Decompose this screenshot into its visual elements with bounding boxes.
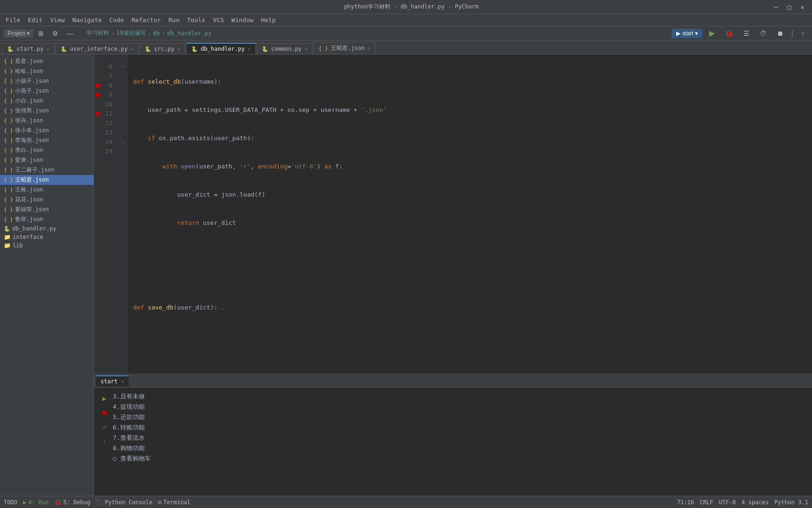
- menu-edit[interactable]: Edit: [24, 16, 46, 24]
- maximize-button[interactable]: □: [784, 2, 794, 12]
- sidebar-item-lihaiyan[interactable]: { } 李海燕.json: [0, 135, 94, 145]
- tab-close-common[interactable]: ✕: [304, 47, 307, 52]
- sidebar-item-yaogarong[interactable]: { } 要搞荣.json: [0, 205, 94, 214]
- status-position[interactable]: 71:16: [677, 499, 694, 506]
- run-stop-icon[interactable]: ⏹: [101, 407, 108, 418]
- profile-btn[interactable]: ⏱: [756, 28, 770, 39]
- stop-btn[interactable]: ⏹: [773, 28, 787, 39]
- code-line-9: with open(user_path, 'r', encoding='utf-…: [133, 162, 806, 171]
- sidebar-item-xiaohaizi[interactable]: { } 小孩子.json: [0, 76, 94, 86]
- tool-collapse-btn[interactable]: —: [63, 28, 77, 39]
- menu-file[interactable]: File: [2, 16, 24, 24]
- sidebar-item-label: db_handler.py: [12, 225, 56, 232]
- sidebar-item-zhangxing[interactable]: { } 张兴.json: [0, 116, 94, 126]
- output-line-3: 3.且有未做: [113, 391, 806, 402]
- run-play-icon[interactable]: ▶: [102, 393, 106, 404]
- tabs-bar: 🐍 start.py ✕ 🐍 user_interface.py ✕ 🐍 src…: [0, 40, 812, 55]
- tab-close-db[interactable]: ✕: [248, 47, 250, 52]
- breadcrumb-item-2[interactable]: 19项目编写: [117, 29, 146, 37]
- debug-icon: 🐞: [55, 499, 62, 506]
- coverage-btn[interactable]: ☰: [740, 28, 753, 39]
- sidebar-item-haha[interactable]: { } 哈哈.json: [0, 66, 94, 76]
- sidebar: { } 君君.json { } 哈哈.json { } 小孩子.json { }…: [0, 55, 94, 496]
- menu-view[interactable]: View: [47, 16, 69, 24]
- sidebar-item-junjun[interactable]: { } 君君.json: [0, 56, 94, 66]
- run-scroll-icon[interactable]: ↓: [102, 436, 106, 446]
- sidebar-item-zhangweinan[interactable]: { } 张伟男.json: [0, 106, 94, 116]
- sidebar-item-wangermaozi[interactable]: { } 王二麻子.json: [0, 165, 94, 175]
- breadcrumb-item-3[interactable]: db: [153, 30, 160, 37]
- tab-label: 王昭君.json: [331, 44, 365, 52]
- debug-icon-btn[interactable]: 🐞: [721, 28, 737, 39]
- sidebar-item-aigeng[interactable]: { } 爱庚.json: [0, 155, 94, 165]
- sidebar-item-wangzhaojun[interactable]: { } 王昭君.json: [0, 175, 94, 185]
- code-content[interactable]: def select_db(username): user_path = set…: [127, 55, 812, 373]
- tab-user-interface-py[interactable]: 🐍 user_interface.py ✕: [55, 43, 139, 54]
- tab-close-start[interactable]: ✕: [47, 47, 49, 52]
- run-tab-close[interactable]: ✕: [121, 379, 124, 384]
- code-line-7: user_path = settings.USER_DATA_PATH + os…: [133, 105, 806, 115]
- code-editor[interactable]: 6 7 8 9 10 11 12 13 14 19 ▽: [94, 55, 812, 373]
- code-line-11: return user_dict: [133, 218, 806, 228]
- menu-code[interactable]: Code: [106, 16, 128, 24]
- tab-common-py[interactable]: 🐍 common.py ✕: [257, 43, 312, 54]
- window-controls[interactable]: ─ □ ✕: [771, 2, 807, 12]
- status-language[interactable]: Python 3.1: [774, 499, 808, 506]
- status-line-ending[interactable]: CRLF: [700, 499, 713, 506]
- run-button[interactable]: ▶ start ▾: [671, 29, 703, 38]
- sidebar-item-xiaoyanzzi[interactable]: { } 小燕子.json: [0, 86, 94, 96]
- menu-window[interactable]: Window: [228, 16, 258, 24]
- project-dropdown[interactable]: Project ▾: [4, 29, 33, 38]
- breadcrumb-item-1[interactable]: 学习材料: [86, 29, 109, 37]
- menu-help[interactable]: Help: [258, 16, 280, 24]
- menu-run[interactable]: Run: [165, 16, 183, 24]
- run-icon-btn[interactable]: ▶: [705, 27, 718, 39]
- sidebar-item-huahua[interactable]: { } 花花.json: [0, 195, 94, 205]
- minimize-button[interactable]: ─: [771, 2, 781, 12]
- status-python-console[interactable]: ⬛ Python Console: [96, 499, 152, 506]
- sidebar-item-label: 李海燕.json: [15, 136, 49, 144]
- sidebar-item-db-handler[interactable]: 🐍 db_handler.py: [0, 224, 94, 233]
- status-run[interactable]: ▶ 4: Run: [23, 499, 49, 506]
- status-console-label: Python Console: [105, 499, 152, 506]
- sidebar-item-wangdong[interactable]: { } 王栋.json: [0, 185, 94, 195]
- breadcrumb: 学习材料 › 19项目编写 › db › db_handler.py: [77, 29, 671, 37]
- menu-tools[interactable]: Tools: [183, 16, 209, 24]
- close-button[interactable]: ✕: [798, 2, 807, 12]
- tab-label: db_handler.py: [201, 46, 245, 52]
- menu-refactor[interactable]: Refactor: [128, 16, 165, 24]
- git-update-btn[interactable]: ↑: [797, 28, 808, 39]
- status-debug[interactable]: 🐞 5: Debug: [55, 499, 91, 506]
- tab-start-py[interactable]: 🐍 start.py ✕: [2, 43, 55, 54]
- sidebar-item-zhangxiaobei[interactable]: { } 张小本.json: [0, 126, 94, 135]
- line-num-8: 8: [102, 81, 116, 90]
- sidebar-item-label: 李白.json: [15, 146, 43, 154]
- tab-close-ui[interactable]: ✕: [131, 47, 133, 52]
- menu-navigate[interactable]: Navigate: [69, 16, 106, 24]
- status-indent[interactable]: 4 spaces: [742, 499, 769, 506]
- status-todo[interactable]: TODO: [4, 499, 17, 506]
- tab-src-py[interactable]: 🐍 src.py ✕: [140, 43, 185, 54]
- tab-close-json[interactable]: ✕: [367, 46, 370, 51]
- sidebar-item-xiaobai[interactable]: { } 小白.json: [0, 96, 94, 106]
- sidebar-item-label: 小白.json: [15, 97, 43, 105]
- run-tab-start[interactable]: start ✕: [96, 375, 129, 387]
- tool-settings-btn[interactable]: ⚙: [48, 28, 62, 39]
- breadcrumb-item-4[interactable]: db_handler.py: [167, 30, 211, 37]
- py-icon: 🐍: [191, 46, 198, 52]
- sidebar-item-lib[interactable]: 📁 lib: [0, 241, 94, 250]
- tab-wangzhaojun-json[interactable]: { } 王昭君.json ✕: [313, 42, 375, 54]
- py-icon: 🐍: [61, 46, 67, 52]
- menu-vcs[interactable]: VCS: [209, 16, 227, 24]
- status-encoding[interactable]: UTF-8: [719, 499, 736, 506]
- run-panel: start ✕ ▶ ⏹ ↺ ↓ 3.且有未做 4.提现功能 5.还款功能 6.转…: [94, 373, 812, 496]
- status-terminal[interactable]: ⊡ Terminal: [158, 499, 190, 506]
- tab-db-handler-py[interactable]: 🐍 db_handler.py ✕: [186, 43, 256, 54]
- sidebar-item-label: 哈哈.json: [15, 67, 43, 75]
- sidebar-item-luban[interactable]: { } 鲁班.json: [0, 214, 94, 224]
- sidebar-item-interface[interactable]: 📁 interface: [0, 233, 94, 241]
- tab-close-src[interactable]: ✕: [177, 47, 180, 52]
- tool-add-btn[interactable]: ⊞: [34, 28, 47, 39]
- sidebar-item-libai[interactable]: { } 李白.json: [0, 145, 94, 155]
- run-restart-icon[interactable]: ↺: [102, 421, 106, 432]
